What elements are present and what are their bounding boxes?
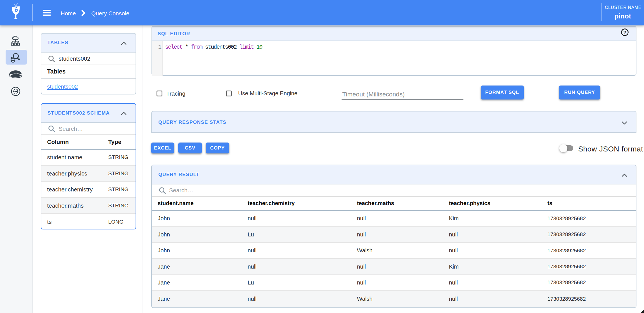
svg-text:?: ? bbox=[623, 30, 626, 35]
